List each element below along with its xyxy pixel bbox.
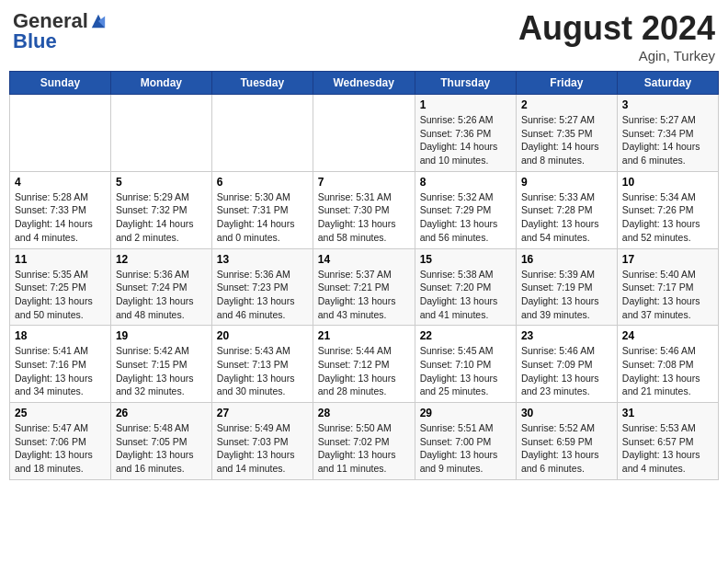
day-cell: 26Sunrise: 5:48 AM Sunset: 7:05 PM Dayli… xyxy=(110,403,211,480)
day-info: Sunrise: 5:33 AM Sunset: 7:28 PM Dayligh… xyxy=(521,190,612,245)
day-cell: 22Sunrise: 5:45 AM Sunset: 7:10 PM Dayli… xyxy=(415,326,516,403)
weekday-header-tuesday: Tuesday xyxy=(211,72,313,95)
day-number: 23 xyxy=(521,329,612,342)
weekday-header-thursday: Thursday xyxy=(415,72,516,95)
day-cell xyxy=(211,95,313,172)
day-number: 4 xyxy=(15,176,106,189)
day-number: 12 xyxy=(116,253,207,266)
title-block: August 2024 Agin, Turkey xyxy=(518,9,715,63)
day-number: 20 xyxy=(217,329,308,342)
day-number: 17 xyxy=(622,253,713,266)
day-info: Sunrise: 5:51 AM Sunset: 7:00 PM Dayligh… xyxy=(420,421,511,476)
day-number: 29 xyxy=(420,407,511,419)
weekday-header-monday: Monday xyxy=(110,72,211,95)
day-info: Sunrise: 5:46 AM Sunset: 7:09 PM Dayligh… xyxy=(521,344,612,398)
day-cell: 20Sunrise: 5:43 AM Sunset: 7:13 PM Dayli… xyxy=(211,326,313,403)
week-row-3: 11Sunrise: 5:35 AM Sunset: 7:25 PM Dayli… xyxy=(10,248,719,326)
day-cell: 14Sunrise: 5:37 AM Sunset: 7:21 PM Dayli… xyxy=(313,248,415,326)
day-cell: 29Sunrise: 5:51 AM Sunset: 7:00 PM Dayli… xyxy=(415,403,516,480)
day-info: Sunrise: 5:48 AM Sunset: 7:05 PM Dayligh… xyxy=(116,421,207,476)
day-info: Sunrise: 5:35 AM Sunset: 7:25 PM Dayligh… xyxy=(15,268,106,322)
day-cell: 15Sunrise: 5:38 AM Sunset: 7:20 PM Dayli… xyxy=(415,248,516,326)
weekday-header-sunday: Sunday xyxy=(10,72,111,95)
day-info: Sunrise: 5:32 AM Sunset: 7:29 PM Dayligh… xyxy=(420,190,511,245)
day-number: 22 xyxy=(420,329,511,342)
day-info: Sunrise: 5:37 AM Sunset: 7:21 PM Dayligh… xyxy=(318,268,410,322)
location: Agin, Turkey xyxy=(518,48,715,63)
day-number: 21 xyxy=(318,329,410,342)
day-info: Sunrise: 5:47 AM Sunset: 7:06 PM Dayligh… xyxy=(15,421,106,476)
day-cell: 4Sunrise: 5:28 AM Sunset: 7:33 PM Daylig… xyxy=(10,171,111,248)
page-header: General Blue August 2024 Agin, Turkey xyxy=(9,9,719,63)
day-number: 9 xyxy=(521,176,612,189)
day-info: Sunrise: 5:39 AM Sunset: 7:19 PM Dayligh… xyxy=(521,268,612,322)
day-cell xyxy=(10,95,111,172)
weekday-header-friday: Friday xyxy=(516,72,617,95)
day-cell: 25Sunrise: 5:47 AM Sunset: 7:06 PM Dayli… xyxy=(10,403,111,480)
logo-icon xyxy=(90,13,107,29)
day-info: Sunrise: 5:41 AM Sunset: 7:16 PM Dayligh… xyxy=(15,344,106,398)
weekday-header-saturday: Saturday xyxy=(617,72,718,95)
calendar-table: SundayMondayTuesdayWednesdayThursdayFrid… xyxy=(9,71,719,480)
day-cell: 2Sunrise: 5:27 AM Sunset: 7:35 PM Daylig… xyxy=(516,95,617,172)
day-number: 7 xyxy=(318,176,410,189)
day-cell: 11Sunrise: 5:35 AM Sunset: 7:25 PM Dayli… xyxy=(10,248,111,326)
day-number: 19 xyxy=(116,329,207,342)
day-number: 27 xyxy=(217,407,308,419)
logo: General Blue xyxy=(13,9,107,53)
day-cell: 13Sunrise: 5:36 AM Sunset: 7:23 PM Dayli… xyxy=(211,248,313,326)
day-info: Sunrise: 5:44 AM Sunset: 7:12 PM Dayligh… xyxy=(318,344,410,398)
day-number: 10 xyxy=(622,176,713,189)
day-cell: 5Sunrise: 5:29 AM Sunset: 7:32 PM Daylig… xyxy=(110,171,211,248)
logo-blue: Blue xyxy=(13,29,57,53)
day-info: Sunrise: 5:40 AM Sunset: 7:17 PM Dayligh… xyxy=(622,268,713,322)
day-info: Sunrise: 5:38 AM Sunset: 7:20 PM Dayligh… xyxy=(420,268,511,322)
day-info: Sunrise: 5:27 AM Sunset: 7:35 PM Dayligh… xyxy=(521,113,612,167)
day-cell: 12Sunrise: 5:36 AM Sunset: 7:24 PM Dayli… xyxy=(110,248,211,326)
month-year: August 2024 xyxy=(518,9,715,48)
day-info: Sunrise: 5:27 AM Sunset: 7:34 PM Dayligh… xyxy=(622,113,713,167)
day-number: 31 xyxy=(622,407,713,419)
day-cell: 31Sunrise: 5:53 AM Sunset: 6:57 PM Dayli… xyxy=(617,403,718,480)
day-info: Sunrise: 5:34 AM Sunset: 7:26 PM Dayligh… xyxy=(622,190,713,245)
day-cell: 16Sunrise: 5:39 AM Sunset: 7:19 PM Dayli… xyxy=(516,248,617,326)
day-info: Sunrise: 5:36 AM Sunset: 7:23 PM Dayligh… xyxy=(217,268,308,322)
day-cell: 19Sunrise: 5:42 AM Sunset: 7:15 PM Dayli… xyxy=(110,326,211,403)
day-number: 14 xyxy=(318,253,410,266)
day-number: 26 xyxy=(116,407,207,419)
day-info: Sunrise: 5:31 AM Sunset: 7:30 PM Dayligh… xyxy=(318,190,410,245)
day-cell: 6Sunrise: 5:30 AM Sunset: 7:31 PM Daylig… xyxy=(211,171,313,248)
day-info: Sunrise: 5:46 AM Sunset: 7:08 PM Dayligh… xyxy=(622,344,713,398)
day-cell: 10Sunrise: 5:34 AM Sunset: 7:26 PM Dayli… xyxy=(617,171,718,248)
day-cell: 9Sunrise: 5:33 AM Sunset: 7:28 PM Daylig… xyxy=(516,171,617,248)
day-info: Sunrise: 5:45 AM Sunset: 7:10 PM Dayligh… xyxy=(420,344,511,398)
day-cell xyxy=(110,95,211,172)
weekday-header-row: SundayMondayTuesdayWednesdayThursdayFrid… xyxy=(10,72,719,95)
week-row-5: 25Sunrise: 5:47 AM Sunset: 7:06 PM Dayli… xyxy=(10,403,719,480)
day-cell: 18Sunrise: 5:41 AM Sunset: 7:16 PM Dayli… xyxy=(10,326,111,403)
day-number: 25 xyxy=(15,407,106,419)
day-cell: 30Sunrise: 5:52 AM Sunset: 6:59 PM Dayli… xyxy=(516,403,617,480)
day-cell: 8Sunrise: 5:32 AM Sunset: 7:29 PM Daylig… xyxy=(415,171,516,248)
day-cell: 3Sunrise: 5:27 AM Sunset: 7:34 PM Daylig… xyxy=(617,95,718,172)
day-cell: 7Sunrise: 5:31 AM Sunset: 7:30 PM Daylig… xyxy=(313,171,415,248)
day-number: 24 xyxy=(622,329,713,342)
day-info: Sunrise: 5:43 AM Sunset: 7:13 PM Dayligh… xyxy=(217,344,308,398)
day-cell: 28Sunrise: 5:50 AM Sunset: 7:02 PM Dayli… xyxy=(313,403,415,480)
day-number: 16 xyxy=(521,253,612,266)
day-number: 28 xyxy=(318,407,410,419)
day-number: 18 xyxy=(15,329,106,342)
day-cell: 21Sunrise: 5:44 AM Sunset: 7:12 PM Dayli… xyxy=(313,326,415,403)
day-cell: 17Sunrise: 5:40 AM Sunset: 7:17 PM Dayli… xyxy=(617,248,718,326)
day-cell: 23Sunrise: 5:46 AM Sunset: 7:09 PM Dayli… xyxy=(516,326,617,403)
day-info: Sunrise: 5:26 AM Sunset: 7:36 PM Dayligh… xyxy=(420,113,511,167)
week-row-1: 1Sunrise: 5:26 AM Sunset: 7:36 PM Daylig… xyxy=(10,95,719,172)
day-info: Sunrise: 5:36 AM Sunset: 7:24 PM Dayligh… xyxy=(116,268,207,322)
day-number: 6 xyxy=(217,176,308,189)
day-number: 5 xyxy=(116,176,207,189)
day-info: Sunrise: 5:29 AM Sunset: 7:32 PM Dayligh… xyxy=(116,190,207,245)
day-number: 8 xyxy=(420,176,511,189)
day-cell: 27Sunrise: 5:49 AM Sunset: 7:03 PM Dayli… xyxy=(211,403,313,480)
day-info: Sunrise: 5:49 AM Sunset: 7:03 PM Dayligh… xyxy=(217,421,308,476)
day-number: 11 xyxy=(15,253,106,266)
